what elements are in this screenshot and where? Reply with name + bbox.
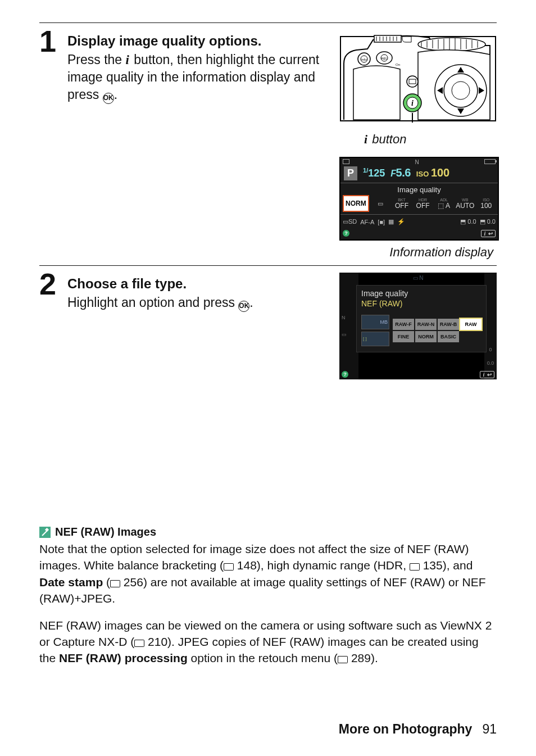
svg-rect-32 bbox=[409, 79, 416, 84]
card-slot-label: ▭SD bbox=[343, 218, 357, 225]
help-icon: ? bbox=[342, 371, 348, 378]
mode-indicator: P bbox=[344, 166, 357, 180]
svg-rect-1 bbox=[374, 35, 401, 42]
i-button-caption: i button bbox=[339, 132, 497, 147]
iq-title: Image quality bbox=[357, 286, 486, 298]
flash-comp: ⬒ 0.0 bbox=[480, 218, 496, 225]
iso: ISO 100 bbox=[416, 166, 449, 179]
af-mode: AF-A bbox=[360, 219, 374, 225]
step-2-text: Highlight an option and press OK. bbox=[67, 294, 328, 312]
svg-point-35 bbox=[452, 82, 470, 99]
opt-norm: NORM bbox=[415, 331, 437, 342]
svg-text:AEL: AEL bbox=[381, 57, 388, 60]
picctrl-icon: ▦ bbox=[388, 218, 394, 225]
ok-icon: OK bbox=[238, 301, 249, 312]
page-footer: More on Photography91 bbox=[339, 722, 497, 737]
thumb-raw: MB bbox=[361, 315, 389, 329]
svg-text:info: info bbox=[361, 58, 367, 61]
page-ref-icon bbox=[134, 640, 144, 646]
i-return-icon: i ↩ bbox=[480, 371, 494, 378]
rule-mid bbox=[39, 265, 497, 266]
step-2: 2 Choose a file type. Highlight an optio… bbox=[39, 273, 497, 379]
page-ref-icon bbox=[410, 563, 420, 570]
section-title: More on Photography bbox=[339, 722, 473, 736]
flash-icon: ⚡ bbox=[397, 218, 405, 225]
opt-raw-selected: RAW bbox=[460, 319, 482, 330]
i-icon: i bbox=[364, 132, 369, 146]
i-return-icon: i ↩ bbox=[481, 230, 496, 237]
note-heading: NEF (RAW) Images bbox=[55, 526, 156, 538]
rule-top bbox=[39, 22, 497, 23]
page-ref-icon bbox=[338, 656, 348, 663]
info-section-label: Image quality bbox=[340, 183, 498, 195]
step-2-number: 2 bbox=[39, 270, 65, 298]
opt-rawn: RAW-N bbox=[415, 319, 437, 330]
step-1: 1 Display image quality options. Press t… bbox=[39, 30, 497, 260]
screen-top-icon: ▭ N bbox=[339, 275, 497, 281]
note-paragraph-1: Note that the option selected for image … bbox=[39, 541, 497, 607]
step-1-text: Press the i button, then highlight the c… bbox=[67, 51, 328, 104]
opt-basic: BASIC bbox=[438, 331, 459, 342]
svg-text:On: On bbox=[396, 63, 400, 66]
opt-fine: FINE bbox=[393, 331, 414, 342]
page-ref-icon bbox=[224, 563, 234, 570]
note-section: NEF (RAW) Images Note that the option se… bbox=[39, 526, 497, 667]
icon-single: ▭ bbox=[378, 200, 383, 207]
iq-current: NEF (RAW) bbox=[357, 298, 486, 313]
image-quality-highlight: NORM bbox=[343, 195, 369, 212]
opt-rawb: RAW-B bbox=[438, 319, 459, 330]
camera-illustration: info AEL On i bbox=[339, 30, 497, 125]
step-2-title: Choose a file type. bbox=[67, 276, 328, 292]
iq-option-grid: RAW-F RAW-N RAW-B RAW FINE NORM BASIC bbox=[393, 319, 482, 342]
i-icon: i bbox=[126, 53, 130, 67]
ok-icon: OK bbox=[103, 93, 114, 104]
help-icon: ? bbox=[343, 230, 349, 237]
metering-icon: [■] bbox=[378, 219, 385, 225]
image-quality-select-screen: ▭ N N▭ 00.0 Image quality NEF (RAW) MB R… bbox=[339, 273, 497, 379]
memory-card-icon bbox=[343, 159, 349, 164]
step-1-title: Display image quality options. bbox=[67, 33, 328, 49]
page-number: 91 bbox=[482, 722, 497, 736]
thumb-jpeg bbox=[361, 332, 389, 346]
note-paragraph-2: NEF (RAW) images can be viewed on the ca… bbox=[39, 617, 497, 667]
information-display-screen: N P 1/125 F5.6 ISO 100 Image quality NOR… bbox=[339, 157, 499, 241]
svg-point-9 bbox=[418, 38, 485, 51]
info-display-caption: Information display bbox=[339, 245, 497, 260]
exp-comp: ⬒ 0.0 bbox=[460, 218, 476, 225]
page-ref-icon bbox=[110, 580, 120, 587]
opt-rawf: RAW-F bbox=[393, 319, 414, 330]
battery-icon bbox=[484, 159, 496, 164]
pencil-icon bbox=[39, 527, 51, 538]
svg-text:i: i bbox=[411, 99, 414, 107]
aperture: F5.6 bbox=[390, 166, 411, 179]
shutter-speed: 1/125 bbox=[363, 167, 385, 179]
step-1-number: 1 bbox=[39, 28, 65, 55]
